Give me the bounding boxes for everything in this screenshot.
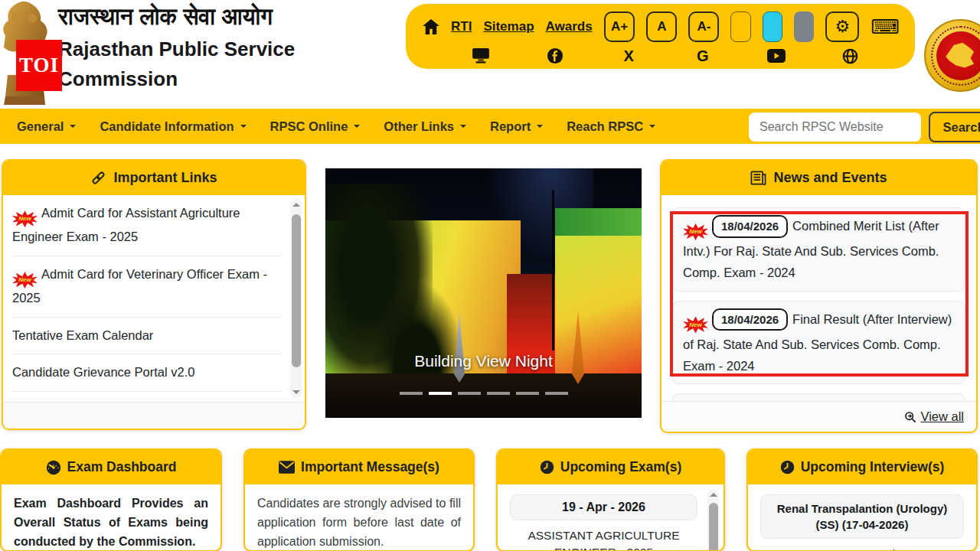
list-item[interactable]: Candidate Grievance Portal v2.0: [12, 354, 282, 392]
news-item[interactable]: New18/04/2026Final Result (After Intervi…: [672, 301, 965, 385]
scrollbar[interactable]: [290, 199, 302, 398]
news-item[interactable]: New17/04/2026Press Note Regarding: [672, 393, 965, 401]
exam-date-badge: 19 - Apr - 2026: [510, 494, 697, 520]
news-date-badge: 18/04/2026: [712, 308, 788, 331]
nav-reach-rpsc[interactable]: Reach RPSC: [567, 119, 655, 134]
search-button[interactable]: Search: [929, 112, 980, 142]
chevron-down-icon: [649, 125, 655, 131]
youtube-icon[interactable]: [767, 47, 786, 65]
news-events-panel: News and Events New18/04/2026Combined Me…: [660, 159, 978, 433]
new-badge-icon: New: [683, 223, 708, 240]
carousel-indicator[interactable]: [487, 392, 510, 395]
important-links-panel: Important Links NewAdmit Card for Assist…: [2, 159, 306, 430]
interview-name[interactable]: ASST. PROFESSOR (MEDICAL EDU.) 2021: [760, 546, 964, 551]
x-twitter-icon[interactable]: X: [619, 47, 638, 65]
ground: [325, 373, 642, 418]
rpsc-seal-logo: [924, 19, 980, 94]
important-links-footer: [3, 402, 305, 429]
home-icon[interactable]: [423, 19, 439, 34]
search-input[interactable]: [749, 112, 921, 142]
news-item[interactable]: New18/04/2026Combined Merit List (After …: [672, 207, 965, 292]
scrollbar[interactable]: [707, 489, 719, 551]
font-normal-button[interactable]: A: [646, 11, 677, 42]
main-nav: General Candidate Information RPSC Onlin…: [0, 109, 980, 144]
scroll-down-arrow-icon[interactable]: [292, 390, 300, 394]
rti-link[interactable]: RTI: [451, 19, 472, 34]
link-icon: [90, 170, 106, 186]
nav-other-links[interactable]: Other Links: [384, 119, 466, 134]
site-header: TOI राजस्थान लोक सेवा आयोग Rajasthan Pub…: [0, 0, 980, 109]
carousel-indicator-active[interactable]: [429, 392, 452, 395]
google-icon[interactable]: G: [694, 47, 712, 65]
chevron-down-icon: [537, 125, 543, 131]
newspaper-icon: [750, 171, 766, 185]
nav-general[interactable]: General: [17, 119, 76, 134]
exam-dashboard-text: Exam Dashboard Provides an Overall Statu…: [14, 494, 208, 551]
nav-candidate-information[interactable]: Candidate Information: [100, 119, 246, 134]
interview-badge: Renal Transpalantion (Urology) (SS) (17-…: [760, 494, 964, 539]
clock-icon: [540, 460, 554, 474]
bottom-panels: Exam Dashboard Exam Dashboard Provides a…: [0, 448, 980, 551]
awards-link[interactable]: Awards: [546, 19, 593, 34]
settings-gear-icon[interactable]: ⚙: [825, 11, 859, 42]
new-badge-icon: New: [12, 272, 38, 289]
rajasthan-map-shape: [944, 41, 978, 71]
site-titles: राजस्थान लोक सेवा आयोग Rajasthan Public …: [58, 3, 296, 94]
view-all-link[interactable]: View all: [904, 409, 964, 424]
envelope-icon: [279, 461, 295, 474]
chevron-down-icon: [354, 125, 360, 131]
carousel-indicator[interactable]: [545, 392, 568, 395]
site-title-hindi: राजस्थान लोक सेवा आयोग: [58, 3, 296, 31]
theme-cyan-swatch[interactable]: [763, 11, 782, 42]
new-badge-icon: New: [12, 210, 38, 227]
scroll-up-arrow-icon[interactable]: [292, 203, 300, 207]
clock-icon: [780, 460, 795, 474]
news-list: New18/04/2026Combined Merit List (After …: [662, 195, 976, 401]
zoom-search-icon: [904, 411, 916, 423]
chevron-down-icon: [460, 125, 466, 131]
scroll-thumb[interactable]: [292, 214, 301, 367]
important-messages-text: Candidates are strongly advised to fill …: [257, 494, 461, 551]
theme-default-swatch[interactable]: [730, 11, 750, 42]
screen-reader-monitor-icon[interactable]: [472, 47, 490, 65]
keyboard-icon[interactable]: ⌨: [871, 17, 900, 37]
list-item[interactable]: NewAdmit Card for Assistant Agriculture …: [12, 195, 282, 256]
important-messages-panel: Important Message(s) Candidates are stro…: [243, 448, 475, 551]
exam-dashboard-header: Exam Dashboard: [2, 450, 220, 484]
carousel-indicator[interactable]: [458, 392, 481, 395]
upcoming-interviews-header: Upcoming Interview(s): [748, 450, 976, 484]
important-messages-header: Important Message(s): [245, 450, 473, 484]
news-date-badge: 18/04/2026: [712, 215, 788, 238]
sitemap-link[interactable]: Sitemap: [483, 19, 534, 34]
news-events-header: News and Events: [662, 161, 976, 195]
scroll-up-arrow-icon[interactable]: [710, 493, 717, 497]
upcoming-interviews-panel: Upcoming Interview(s) Renal Transpalanti…: [746, 448, 978, 551]
font-decrease-button[interactable]: A-: [688, 11, 719, 42]
exam-dashboard-panel: Exam Dashboard Exam Dashboard Provides a…: [0, 448, 222, 551]
facebook-icon[interactable]: [546, 47, 564, 65]
list-item[interactable]: Tentative Exam Calendar: [12, 318, 282, 355]
chevron-down-icon: [240, 125, 247, 131]
carousel-indicator[interactable]: [400, 392, 423, 395]
list-item[interactable]: NewAdmit Card for Veterinary Officer Exa…: [12, 256, 282, 318]
carousel[interactable]: Building View Night: [325, 168, 642, 418]
list-item[interactable]: Online Exam Objections: [12, 392, 282, 402]
exam-name[interactable]: ASSISTANT AGRICULTURE ENGINEER - 2025: [510, 527, 697, 551]
site-title-english: Rajasthan Public Service Commission: [58, 34, 296, 94]
important-links-header: Important Links: [3, 161, 305, 195]
globe-icon[interactable]: [841, 47, 860, 65]
scroll-thumb[interactable]: [709, 503, 718, 551]
chevron-down-icon: [70, 125, 76, 131]
toi-watermark: TOI: [16, 40, 62, 91]
carousel-indicators: [325, 392, 642, 395]
dashboard-gauge-icon: [46, 460, 61, 475]
upcoming-exams-header: Upcoming Exam(s): [498, 450, 724, 484]
lamp-post: [552, 190, 554, 350]
nav-rpsc-online[interactable]: RPSC Online: [270, 119, 361, 134]
font-increase-button[interactable]: A+: [604, 11, 635, 42]
carousel-indicator[interactable]: [516, 392, 539, 395]
theme-gray-swatch[interactable]: [794, 11, 814, 42]
topbar: RTI Sitemap Awards A+ A A- ⚙ ⌨ X G: [406, 4, 915, 69]
nav-report[interactable]: Report: [490, 119, 543, 134]
building-roofline: [555, 208, 642, 239]
